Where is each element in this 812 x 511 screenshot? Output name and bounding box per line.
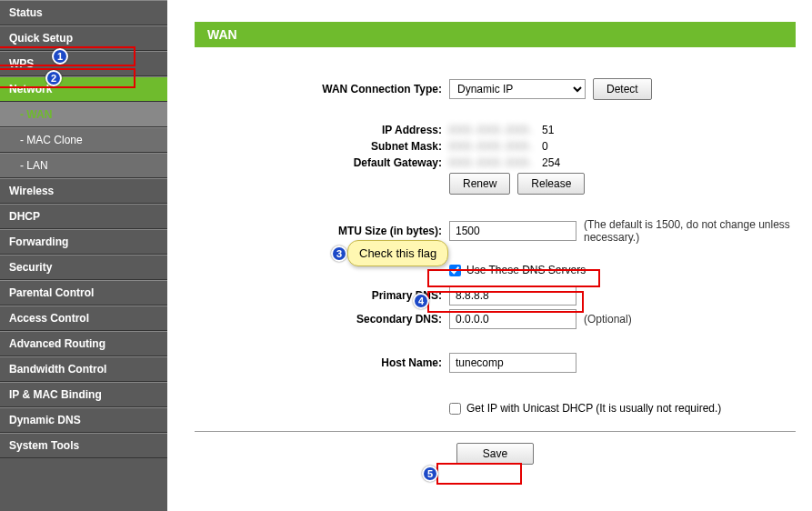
anno-badge-2: 2: [45, 70, 62, 86]
anno-badge-5: 5: [422, 466, 438, 482]
label-unicast-dhcp: Get IP with Unicast DHCP (It is usually …: [466, 402, 721, 415]
nav-dhcp[interactable]: DHCP: [0, 204, 167, 229]
label-subnet-mask: Subnet Mask:: [195, 140, 449, 153]
input-host-name[interactable]: [449, 353, 576, 373]
separator: [195, 431, 796, 432]
value-subnet-blur: 000.000.000.: [449, 140, 535, 153]
label-connection-type: WAN Connection Type:: [195, 83, 449, 95]
hint-secondary-dns: (Optional): [584, 313, 632, 326]
nav-wireless[interactable]: Wireless: [0, 178, 167, 204]
value-subnet-suffix: 0: [542, 140, 548, 153]
nav-dynamic-dns[interactable]: Dynamic DNS: [0, 407, 167, 433]
nav-access-control[interactable]: Access Control: [0, 306, 167, 331]
label-mtu: MTU Size (in bytes):: [195, 225, 449, 237]
anno-redbox-primary-dns: [427, 291, 584, 313]
main-content: WAN WAN Connection Type: Dynamic IP Dete…: [167, 0, 812, 511]
label-default-gateway: Default Gateway:: [195, 156, 449, 169]
nav-sub-wan[interactable]: - WAN: [0, 102, 167, 127]
anno-badge-3: 3: [331, 245, 347, 262]
nav-status[interactable]: Status: [0, 0, 167, 25]
nav-forwarding[interactable]: Forwarding: [0, 229, 167, 255]
nav-bandwidth-control[interactable]: Bandwidth Control: [0, 356, 167, 382]
value-gateway-suffix: 254: [542, 156, 560, 169]
nav-system-tools[interactable]: System Tools: [0, 433, 167, 458]
select-connection-type[interactable]: Dynamic IP: [449, 79, 586, 99]
nav-parental-control[interactable]: Parental Control: [0, 280, 167, 306]
label-host-name: Host Name:: [195, 356, 449, 369]
anno-redbox-wan: [0, 68, 135, 88]
page-title: WAN: [195, 22, 796, 47]
hint-mtu: (The default is 1500, do not change unle…: [584, 218, 796, 244]
nav-sub-lan[interactable]: - LAN: [0, 153, 167, 178]
anno-redbox-use-dns: [427, 269, 600, 287]
value-gateway-blur: 000.000.000.: [449, 156, 535, 169]
nav-advanced-routing[interactable]: Advanced Routing: [0, 331, 167, 356]
value-ip-suffix: 51: [542, 124, 554, 136]
renew-button[interactable]: Renew: [449, 173, 510, 195]
anno-redbox-save: [436, 463, 522, 485]
anno-badge-4: 4: [413, 293, 429, 309]
nav-security[interactable]: Security: [0, 255, 167, 280]
save-button[interactable]: Save: [456, 443, 534, 465]
checkbox-unicast-dhcp[interactable]: [449, 403, 461, 415]
label-secondary-dns: Secondary DNS:: [195, 313, 449, 326]
nav-sub-mac-clone[interactable]: - MAC Clone: [0, 127, 167, 153]
nav-ip-mac-binding[interactable]: IP & MAC Binding: [0, 382, 167, 407]
input-mtu[interactable]: [449, 221, 576, 241]
value-ip-blur: 000.000.000.: [449, 124, 535, 136]
label-ip-address: IP Address:: [195, 124, 449, 136]
anno-badge-1: 1: [52, 48, 68, 65]
anno-callout: Check this flag: [347, 240, 448, 266]
release-button[interactable]: Release: [517, 173, 585, 195]
label-primary-dns: Primary DNS:: [195, 289, 449, 302]
detect-button[interactable]: Detect: [593, 78, 652, 100]
